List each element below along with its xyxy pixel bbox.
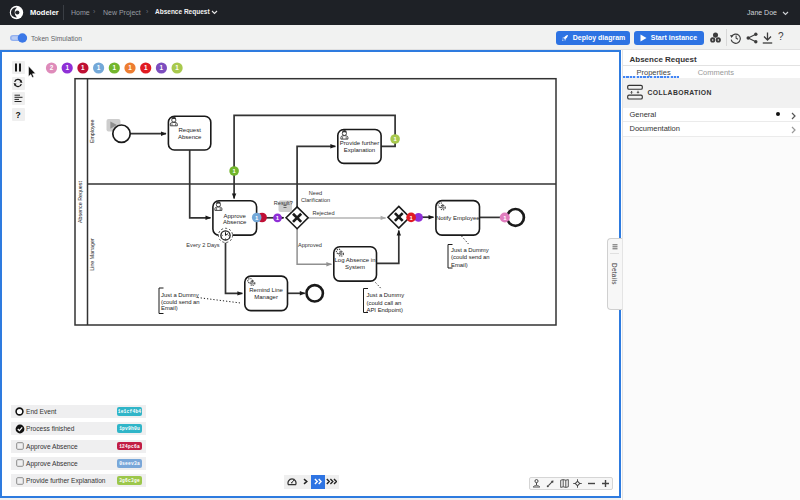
svg-text:Result?: Result? [273, 200, 292, 206]
svg-text:(could send an: (could send an [161, 299, 200, 305]
svg-text:Provide further: Provide further [339, 140, 378, 146]
svg-text:Employee: Employee [89, 119, 95, 143]
svg-text:(could call an: (could call an [366, 300, 401, 306]
svg-text:Clarification: Clarification [300, 197, 329, 203]
svg-text:1: 1 [128, 64, 132, 71]
svg-text:1: 1 [143, 64, 147, 71]
svg-text:Absence Request: Absence Request [77, 181, 83, 223]
svg-text:2: 2 [49, 64, 53, 71]
svg-text:API Endpoint): API Endpoint) [366, 307, 402, 313]
svg-text:Log Absence in: Log Absence in [334, 257, 375, 263]
svg-text:1: 1 [112, 64, 116, 71]
svg-text:Line Manager: Line Manager [89, 238, 95, 271]
svg-text:Email): Email) [451, 262, 468, 268]
svg-text:Request: Request [178, 127, 201, 133]
svg-text:Approve: Approve [223, 213, 246, 219]
svg-text:1: 1 [81, 64, 85, 71]
svg-text:System: System [344, 264, 364, 270]
svg-text:Explanation: Explanation [343, 147, 374, 153]
svg-text:Every 2 Days: Every 2 Days [186, 242, 219, 248]
svg-text:Remind Line: Remind Line [249, 287, 283, 293]
svg-text:1: 1 [159, 64, 163, 71]
svg-text:Just a Dummy: Just a Dummy [451, 247, 489, 253]
svg-text:Notify Employee: Notify Employee [435, 215, 479, 221]
svg-text:Approved: Approved [298, 242, 322, 248]
svg-text:(could send an: (could send an [451, 254, 490, 260]
svg-text:Just a Dummy: Just a Dummy [366, 292, 404, 298]
svg-text:Absence: Absence [223, 219, 247, 225]
svg-text:1: 1 [175, 64, 179, 71]
svg-text:Manager: Manager [254, 294, 278, 300]
svg-text:1: 1 [96, 64, 100, 71]
svg-text:Need: Need [308, 190, 321, 196]
svg-text:Rejected: Rejected [312, 210, 334, 216]
svg-text:Email): Email) [161, 305, 178, 311]
svg-text:1: 1 [65, 64, 69, 71]
svg-text:Just a Dummy: Just a Dummy [161, 292, 199, 298]
svg-text:Absence: Absence [178, 134, 202, 140]
